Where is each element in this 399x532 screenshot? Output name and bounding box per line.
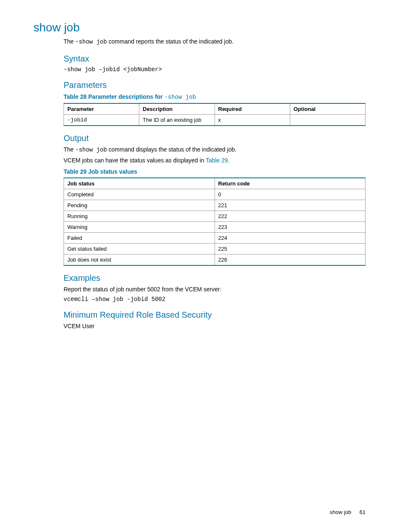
table-row: Completed 0 (64, 189, 366, 200)
cell-status: Job does not exist (64, 254, 215, 265)
cell-code: 222 (215, 211, 366, 221)
examples-line: Report the status of job number 5002 fro… (64, 285, 366, 294)
security-heading: Minimum Required Role Based Security (64, 310, 366, 320)
syntax-heading: Syntax (64, 54, 366, 64)
table-row: Failed 224 (64, 232, 366, 243)
intro-post: command reports the status of the indica… (107, 38, 234, 45)
table-row: Warning 223 (64, 221, 366, 232)
cell-status: Pending (64, 200, 215, 211)
table-header-row: Job status Return code (64, 178, 366, 189)
table-row: Pending 221 (64, 200, 366, 211)
page-title: show job (33, 21, 366, 34)
table28-title-lead: Table 28 Parameter descriptions for (64, 93, 164, 100)
parameters-table: Parameter Description Required Optional … (64, 103, 366, 126)
output-line1: The -show job command displays the statu… (64, 146, 366, 154)
cell-code: 221 (215, 200, 366, 211)
parameters-heading: Parameters (64, 80, 366, 90)
col-status: Job status (64, 178, 215, 189)
cell-code: 225 (215, 243, 366, 254)
output-heading: Output (64, 134, 366, 143)
output-line1-pre: The (64, 146, 75, 153)
col-parameter: Parameter (64, 103, 139, 115)
footer-label: show job (330, 509, 351, 515)
output-line1-post: command displays the status of the indic… (107, 146, 237, 153)
table-row: Get status failed 225 (64, 243, 366, 254)
intro-pre: The (64, 38, 75, 45)
output-line2-link[interactable]: Table 29 (206, 157, 228, 164)
cell-status: Completed (64, 189, 215, 200)
cell-code: 226 (215, 254, 366, 265)
col-description: Description (139, 103, 215, 115)
table28-title-cmd: -show job (164, 94, 196, 100)
output-line2-post: . (228, 157, 230, 164)
output-line2: VCEM jobs can have the status values as … (64, 157, 366, 165)
cell-code: 0 (215, 189, 366, 200)
output-line2-pre: VCEM jobs can have the status values as … (64, 157, 206, 164)
table-row: Job does not exist 226 (64, 254, 366, 265)
output-line1-cmd: -show job (75, 146, 107, 153)
status-table: Job status Return code Completed 0 Pendi… (64, 177, 366, 266)
cell-status: Warning (64, 221, 215, 232)
cell-opt (290, 114, 365, 126)
examples-heading: Examples (64, 273, 366, 283)
page-footer: show job 61 (330, 509, 366, 515)
intro-paragraph: The -show job command reports the status… (64, 38, 366, 46)
examples-code: vcemcli –show job -jobid 5002 (64, 296, 366, 303)
cell-status: Running (64, 211, 215, 221)
table28-title: Table 28 Parameter descriptions for -sho… (64, 93, 366, 100)
col-code: Return code (215, 178, 366, 189)
table-row: -jobid The ID of an existing job x (64, 114, 366, 126)
table29-title: Table 29 Job status values (64, 168, 366, 175)
footer-page-number: 61 (360, 509, 366, 515)
cell-code: 224 (215, 232, 366, 243)
table-row: Running 222 (64, 211, 366, 221)
cell-status: Failed (64, 232, 215, 243)
intro-cmd: -show job (75, 39, 107, 45)
cell-req: x (215, 114, 290, 126)
col-required: Required (215, 103, 290, 115)
security-line: VCEM User (64, 322, 366, 331)
cell-status: Get status failed (64, 243, 215, 254)
cell-desc: The ID of an existing job (139, 114, 215, 126)
table-header-row: Parameter Description Required Optional (64, 103, 366, 115)
col-optional: Optional (290, 103, 365, 115)
cell-code: 223 (215, 221, 366, 232)
cell-param: -jobid (64, 114, 139, 126)
syntax-code: -show job –jobid <jobNumber> (64, 66, 366, 73)
